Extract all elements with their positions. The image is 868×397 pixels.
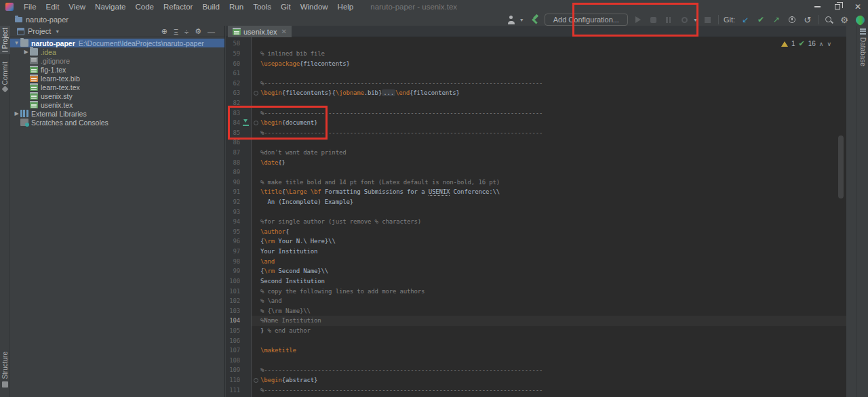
code-line-60[interactable]: 60\usepackage{filecontents} <box>226 58 846 68</box>
prev-problem-button[interactable]: ∧ <box>819 41 824 47</box>
tree-expand-arrow[interactable]: ▶ <box>13 110 20 117</box>
code-line-101[interactable]: 101% copy the following lines to add mor… <box>226 286 846 296</box>
code-line-105[interactable]: 105} % end author <box>226 326 846 336</box>
run-latex-gutter-icon[interactable] <box>243 119 249 126</box>
folder-project-icon <box>20 39 28 47</box>
history-button[interactable] <box>787 14 797 25</box>
code-line-100[interactable]: 100Second Institution <box>226 276 846 287</box>
tree-item-learn-tex-tex[interactable]: learn-tex.tex <box>10 83 224 91</box>
code-line-84[interactable]: 84\begin{document} <box>226 118 846 128</box>
code-line-109[interactable]: 109%------------------------------------… <box>226 365 846 375</box>
code-line-83[interactable]: 83%-------------------------------------… <box>226 108 846 118</box>
menu-code[interactable]: Code <box>130 3 159 11</box>
code-line-104[interactable]: 104%Name Institution <box>226 316 846 326</box>
menu-tools[interactable]: Tools <box>248 3 276 11</box>
search-everywhere-button[interactable] <box>823 14 834 25</box>
build-project-button[interactable] <box>529 14 540 25</box>
tree-item-external-libraries[interactable]: ▶External Libraries <box>10 109 224 118</box>
code-line-110[interactable]: 110\begin{abstract} <box>226 375 846 385</box>
code-line-88[interactable]: 88\date{} <box>226 157 846 167</box>
code-line-97[interactable]: 97Your Institution <box>226 247 846 257</box>
code-text: Your Institution <box>260 248 846 255</box>
menu-help[interactable]: Help <box>333 3 359 11</box>
code-line-62[interactable]: 62%-------------------------------------… <box>226 78 846 88</box>
collapse-all-button[interactable]: ÷ <box>184 28 189 36</box>
code-line-102[interactable]: 102% \and <box>226 296 846 306</box>
code-area[interactable]: 5859% inlined bib file60\usepackage{file… <box>226 37 846 397</box>
code-line-108[interactable]: 108 <box>226 356 846 366</box>
tree-item-naruto-paper[interactable]: ▼naruto-paperE:\Document\IdeaProjects\na… <box>10 39 224 47</box>
menu-navigate[interactable]: Navigate <box>90 3 130 11</box>
tool-tab-project[interactable]: Project <box>0 26 10 54</box>
tree-item--gitignore[interactable]: .gitignore <box>10 56 224 65</box>
fold-marker-icon[interactable] <box>254 91 258 96</box>
tool-tab-database[interactable]: Database <box>856 28 868 66</box>
code-line-103[interactable]: 103% {\rm Name}\\ <box>226 306 846 316</box>
tree-item-learn-tex-bib[interactable]: learn-tex.bib <box>10 74 224 83</box>
code-line-86[interactable]: 86 <box>226 138 846 148</box>
code-line-61[interactable]: 61 <box>226 68 846 79</box>
tree-item-fig-1-tex[interactable]: fig-1.tex <box>10 65 224 74</box>
tree-item--idea[interactable]: ▶.idea <box>10 47 224 56</box>
expand-all-button[interactable]: Ξ <box>174 28 178 36</box>
code-line-63[interactable]: 63\begin{filecontents}{\jobname.bib}...\… <box>226 88 846 98</box>
inspections-widget[interactable]: 1 ✔ 16 ∧ ∨ <box>781 39 831 48</box>
code-line-89[interactable]: 89 <box>226 167 846 177</box>
git-push-button[interactable]: ↗ <box>771 14 782 25</box>
git-update-button[interactable]: ↙ <box>740 14 751 25</box>
code-line-107[interactable]: 107\maketitle <box>226 346 846 356</box>
editor-scrollbar-thumb[interactable] <box>838 135 844 198</box>
commit-check-icon: ✔ <box>757 16 764 24</box>
next-problem-button[interactable]: ∨ <box>827 41 831 47</box>
plugin-balloon-button[interactable] <box>854 14 865 25</box>
fold-marker-icon[interactable] <box>254 378 258 383</box>
breadcrumb[interactable]: naruto-paper <box>15 14 68 26</box>
tree-item-usenix-sty[interactable]: usenix.sty <box>10 91 224 100</box>
menu-window[interactable]: Window <box>296 3 333 11</box>
menu-view[interactable]: View <box>64 3 90 11</box>
locate-file-button[interactable]: ⊕ <box>161 27 167 36</box>
code-line-99[interactable]: 99{\rm Second Name}\\ <box>226 266 846 276</box>
code-line-111[interactable]: 111%------------------------------------… <box>226 385 846 395</box>
user-profile-button[interactable] <box>506 14 517 25</box>
stop-icon <box>705 17 711 23</box>
code-line-93[interactable]: 93 <box>226 207 846 217</box>
code-line-58[interactable]: 58 <box>226 39 846 49</box>
menu-edit[interactable]: Edit <box>41 3 64 11</box>
tree-item-scratches-and-consoles[interactable]: Scratches and Consoles <box>10 118 224 127</box>
tree-expand-arrow[interactable]: ▶ <box>22 49 30 55</box>
menu-refactor[interactable]: Refactor <box>159 3 197 11</box>
code-line-95[interactable]: 95\author{ <box>226 227 846 237</box>
git-commit-button[interactable]: ✔ <box>755 14 766 25</box>
code-line-106[interactable]: 106 <box>226 335 846 346</box>
panel-settings-button[interactable]: ⚙ <box>195 27 201 36</box>
code-line-92[interactable]: 92 An (Incomplete) Example} <box>226 197 846 207</box>
code-line-59[interactable]: 59% inlined bib file <box>226 49 846 59</box>
settings-button[interactable]: ⚙ <box>839 14 850 25</box>
tree-item-usenix-tex[interactable]: usenix.tex <box>10 100 224 109</box>
code-line-90[interactable]: 90% make title bold and 14 pt font (Late… <box>226 177 846 188</box>
menu-run[interactable]: Run <box>224 3 248 11</box>
add-configuration-button[interactable]: Add Configuration... <box>545 14 628 26</box>
tree-expand-arrow[interactable]: ▼ <box>13 40 20 46</box>
fold-marker-icon[interactable] <box>254 121 258 125</box>
tool-tab-structure[interactable]: Structure <box>0 350 10 392</box>
tab-close-icon[interactable]: ✕ <box>281 28 287 35</box>
menu-git[interactable]: Git <box>276 3 296 11</box>
code-line-87[interactable]: 87%don't want date printed <box>226 148 846 158</box>
tab-usenix-tex[interactable]: usenix.tex ✕ <box>228 26 292 37</box>
menu-file[interactable]: File <box>19 3 41 11</box>
code-line-85[interactable]: 85%-------------------------------------… <box>226 127 846 138</box>
project-panel-title[interactable]: Project <box>28 27 51 35</box>
code-line-91[interactable]: 91\title{\Large \bf Formatting Submissio… <box>226 187 846 197</box>
code-line-98[interactable]: 98\and <box>226 256 846 266</box>
menu-build[interactable]: Build <box>197 3 224 11</box>
code-text: % make title bold and 14 pt font (Latex … <box>260 179 846 186</box>
hide-panel-button[interactable]: — <box>208 28 215 36</box>
code-line-94[interactable]: 94%for single author (just remove % char… <box>226 217 846 227</box>
rollback-button[interactable]: ↺ <box>802 14 813 25</box>
code-line-82[interactable]: 82 <box>226 98 846 108</box>
warning-icon <box>781 41 788 47</box>
code-line-96[interactable]: 96{\rm Your N.\ Here}\\ <box>226 236 846 247</box>
tool-tab-commit[interactable]: Commit <box>0 60 10 95</box>
